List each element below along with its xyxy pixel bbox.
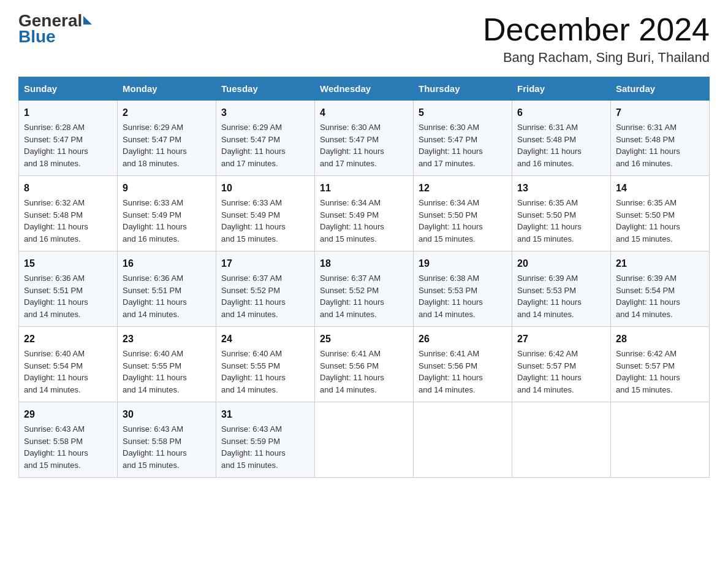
day-info: Sunrise: 6:43 AMSunset: 5:59 PMDaylight:… xyxy=(221,423,309,471)
day-number: 28 xyxy=(616,332,704,347)
day-info: Sunrise: 6:40 AMSunset: 5:55 PMDaylight:… xyxy=(123,348,211,396)
day-number: 20 xyxy=(517,256,605,271)
day-number: 17 xyxy=(221,256,309,271)
day-number: 24 xyxy=(221,332,309,347)
day-number: 1 xyxy=(24,105,112,120)
calendar-cell: 31Sunrise: 6:43 AMSunset: 5:59 PMDayligh… xyxy=(216,402,315,478)
calendar-week-row: 29Sunrise: 6:43 AMSunset: 5:58 PMDayligh… xyxy=(19,402,710,478)
day-number: 13 xyxy=(517,181,605,196)
calendar-cell: 10Sunrise: 6:33 AMSunset: 5:49 PMDayligh… xyxy=(216,176,315,251)
calendar-cell: 16Sunrise: 6:36 AMSunset: 5:51 PMDayligh… xyxy=(118,251,216,327)
calendar-cell: 23Sunrise: 6:40 AMSunset: 5:55 PMDayligh… xyxy=(118,327,216,402)
calendar-cell: 15Sunrise: 6:36 AMSunset: 5:51 PMDayligh… xyxy=(19,251,118,327)
day-number: 29 xyxy=(24,407,112,422)
calendar-cell xyxy=(414,402,512,478)
calendar-cell: 3Sunrise: 6:29 AMSunset: 5:47 PMDaylight… xyxy=(216,101,315,176)
calendar-cell: 11Sunrise: 6:34 AMSunset: 5:49 PMDayligh… xyxy=(315,176,414,251)
title-area: December 2024 Bang Racham, Sing Buri, Th… xyxy=(483,12,710,66)
day-info: Sunrise: 6:33 AMSunset: 5:49 PMDaylight:… xyxy=(123,197,211,245)
day-info: Sunrise: 6:32 AMSunset: 5:48 PMDaylight:… xyxy=(24,197,112,245)
calendar-cell: 1Sunrise: 6:28 AMSunset: 5:47 PMDaylight… xyxy=(19,101,118,176)
calendar-header-row: SundayMondayTuesdayWednesdayThursdayFrid… xyxy=(19,77,710,101)
calendar-cell: 26Sunrise: 6:41 AMSunset: 5:56 PMDayligh… xyxy=(414,327,512,402)
day-number: 5 xyxy=(419,105,507,120)
calendar-cell: 22Sunrise: 6:40 AMSunset: 5:54 PMDayligh… xyxy=(19,327,118,402)
day-info: Sunrise: 6:36 AMSunset: 5:51 PMDaylight:… xyxy=(123,272,211,320)
logo-blue-text: Blue xyxy=(18,28,56,45)
day-number: 25 xyxy=(320,332,408,347)
day-number: 9 xyxy=(123,181,211,196)
calendar-cell: 19Sunrise: 6:38 AMSunset: 5:53 PMDayligh… xyxy=(414,251,512,327)
day-info: Sunrise: 6:42 AMSunset: 5:57 PMDaylight:… xyxy=(517,348,605,396)
column-header-wednesday: Wednesday xyxy=(315,77,414,101)
calendar-cell: 18Sunrise: 6:37 AMSunset: 5:52 PMDayligh… xyxy=(315,251,414,327)
calendar-cell: 30Sunrise: 6:43 AMSunset: 5:58 PMDayligh… xyxy=(118,402,216,478)
day-number: 12 xyxy=(419,181,507,196)
calendar-cell xyxy=(512,402,611,478)
day-number: 6 xyxy=(517,105,605,120)
calendar-cell: 17Sunrise: 6:37 AMSunset: 5:52 PMDayligh… xyxy=(216,251,315,327)
column-header-monday: Monday xyxy=(118,77,216,101)
day-number: 14 xyxy=(616,181,704,196)
day-number: 8 xyxy=(24,181,112,196)
day-number: 21 xyxy=(616,256,704,271)
day-info: Sunrise: 6:35 AMSunset: 5:50 PMDaylight:… xyxy=(517,197,605,245)
day-number: 31 xyxy=(221,407,309,422)
column-header-saturday: Saturday xyxy=(611,77,710,101)
day-info: Sunrise: 6:38 AMSunset: 5:53 PMDaylight:… xyxy=(419,272,507,320)
day-number: 10 xyxy=(221,181,309,196)
day-number: 4 xyxy=(320,105,408,120)
column-header-tuesday: Tuesday xyxy=(216,77,315,101)
column-header-sunday: Sunday xyxy=(19,77,118,101)
day-info: Sunrise: 6:31 AMSunset: 5:48 PMDaylight:… xyxy=(616,121,704,169)
calendar-cell xyxy=(315,402,414,478)
column-header-friday: Friday xyxy=(512,77,611,101)
calendar-week-row: 22Sunrise: 6:40 AMSunset: 5:54 PMDayligh… xyxy=(19,327,710,402)
day-number: 3 xyxy=(221,105,309,120)
day-number: 22 xyxy=(24,332,112,347)
day-number: 30 xyxy=(123,407,211,422)
day-info: Sunrise: 6:36 AMSunset: 5:51 PMDaylight:… xyxy=(24,272,112,320)
calendar-cell: 12Sunrise: 6:34 AMSunset: 5:50 PMDayligh… xyxy=(414,176,512,251)
day-info: Sunrise: 6:29 AMSunset: 5:47 PMDaylight:… xyxy=(123,121,211,169)
calendar-cell: 24Sunrise: 6:40 AMSunset: 5:55 PMDayligh… xyxy=(216,327,315,402)
calendar-cell: 28Sunrise: 6:42 AMSunset: 5:57 PMDayligh… xyxy=(611,327,710,402)
calendar-cell xyxy=(611,402,710,478)
calendar-cell: 9Sunrise: 6:33 AMSunset: 5:49 PMDaylight… xyxy=(118,176,216,251)
location-title: Bang Racham, Sing Buri, Thailand xyxy=(483,50,710,66)
column-header-thursday: Thursday xyxy=(414,77,512,101)
calendar-table: SundayMondayTuesdayWednesdayThursdayFrid… xyxy=(18,77,710,478)
day-info: Sunrise: 6:39 AMSunset: 5:53 PMDaylight:… xyxy=(517,272,605,320)
day-info: Sunrise: 6:37 AMSunset: 5:52 PMDaylight:… xyxy=(221,272,309,320)
day-number: 15 xyxy=(24,256,112,271)
day-info: Sunrise: 6:41 AMSunset: 5:56 PMDaylight:… xyxy=(320,348,408,396)
day-info: Sunrise: 6:39 AMSunset: 5:54 PMDaylight:… xyxy=(616,272,704,320)
calendar-week-row: 8Sunrise: 6:32 AMSunset: 5:48 PMDaylight… xyxy=(19,176,710,251)
day-info: Sunrise: 6:33 AMSunset: 5:49 PMDaylight:… xyxy=(221,197,309,245)
calendar-body: 1Sunrise: 6:28 AMSunset: 5:47 PMDaylight… xyxy=(19,101,710,478)
day-number: 16 xyxy=(123,256,211,271)
page-header: General Blue December 2024 Bang Racham, … xyxy=(18,12,710,66)
logo-arrow-icon xyxy=(83,16,92,25)
day-info: Sunrise: 6:40 AMSunset: 5:55 PMDaylight:… xyxy=(221,348,309,396)
calendar-cell: 6Sunrise: 6:31 AMSunset: 5:48 PMDaylight… xyxy=(512,101,611,176)
calendar-cell: 29Sunrise: 6:43 AMSunset: 5:58 PMDayligh… xyxy=(19,402,118,478)
day-info: Sunrise: 6:35 AMSunset: 5:50 PMDaylight:… xyxy=(616,197,704,245)
logo: General Blue xyxy=(18,12,92,45)
day-info: Sunrise: 6:30 AMSunset: 5:47 PMDaylight:… xyxy=(320,121,408,169)
day-info: Sunrise: 6:34 AMSunset: 5:50 PMDaylight:… xyxy=(419,197,507,245)
day-number: 27 xyxy=(517,332,605,347)
day-info: Sunrise: 6:40 AMSunset: 5:54 PMDaylight:… xyxy=(24,348,112,396)
calendar-cell: 13Sunrise: 6:35 AMSunset: 5:50 PMDayligh… xyxy=(512,176,611,251)
calendar-cell: 21Sunrise: 6:39 AMSunset: 5:54 PMDayligh… xyxy=(611,251,710,327)
calendar-cell: 8Sunrise: 6:32 AMSunset: 5:48 PMDaylight… xyxy=(19,176,118,251)
day-info: Sunrise: 6:37 AMSunset: 5:52 PMDaylight:… xyxy=(320,272,408,320)
day-number: 11 xyxy=(320,181,408,196)
calendar-cell: 2Sunrise: 6:29 AMSunset: 5:47 PMDaylight… xyxy=(118,101,216,176)
day-info: Sunrise: 6:43 AMSunset: 5:58 PMDaylight:… xyxy=(123,423,211,471)
calendar-cell: 5Sunrise: 6:30 AMSunset: 5:47 PMDaylight… xyxy=(414,101,512,176)
day-info: Sunrise: 6:30 AMSunset: 5:47 PMDaylight:… xyxy=(419,121,507,169)
day-number: 23 xyxy=(123,332,211,347)
calendar-cell: 14Sunrise: 6:35 AMSunset: 5:50 PMDayligh… xyxy=(611,176,710,251)
calendar-cell: 7Sunrise: 6:31 AMSunset: 5:48 PMDaylight… xyxy=(611,101,710,176)
